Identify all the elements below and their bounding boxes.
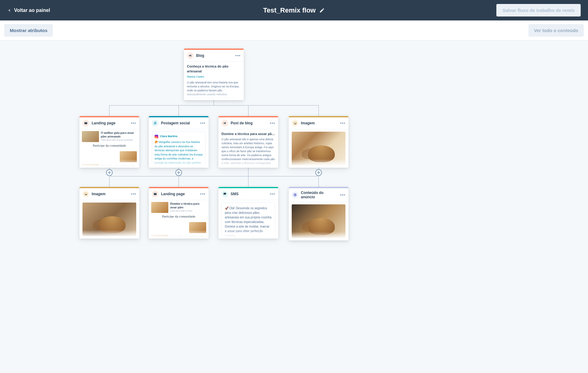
image-icon xyxy=(82,191,89,197)
node-type-label: Imagem xyxy=(92,192,105,196)
chevron-left-icon xyxy=(7,8,12,13)
back-label: Voltar ao painel xyxy=(14,8,50,13)
content-author: Marina Castro xyxy=(187,75,241,79)
node-type-label: Postagem social xyxy=(161,121,190,125)
thumbnail-image xyxy=(120,151,137,162)
content-title: Domine a técnica para assar pã… xyxy=(221,132,275,137)
lp-section-title: Aprenda com padeiros de renome mundial xyxy=(101,164,137,168)
app-header: Voltar ao painel Test_Remix flow Salvar … xyxy=(0,0,588,20)
generated-image xyxy=(82,203,136,236)
save-workflow-button[interactable]: Salvar fluxo de trabalho de remix xyxy=(496,4,581,16)
add-node-button[interactable] xyxy=(106,169,113,176)
node-blog-post[interactable]: Post de blog ••• Domine a técnica para a… xyxy=(218,116,278,168)
generated-image xyxy=(292,132,345,165)
node-menu-button[interactable]: ••• xyxy=(270,121,275,126)
sms-preview: 🚀 Olá! Desvende os segredos para criar d… xyxy=(221,203,275,239)
edit-icon[interactable] xyxy=(319,8,325,13)
ad-icon: AD xyxy=(292,192,298,198)
window-icon xyxy=(82,120,89,126)
node-ad-content[interactable]: AD Conteúdo do anúncio ••• xyxy=(289,187,349,240)
content-preview: O pão artesanal não é apenas uma delícia… xyxy=(221,137,275,168)
instagram-icon xyxy=(155,135,158,138)
node-landing-page[interactable]: Landing page ••• Domine a técnica para a… xyxy=(149,187,209,239)
thumbnail-image xyxy=(151,235,168,239)
node-menu-button[interactable]: ••• xyxy=(200,192,206,196)
megaphone-icon xyxy=(221,120,228,126)
thumbnail-image xyxy=(82,131,99,142)
toolbar: Mostrar atributos Ver todo o conteúdo xyxy=(0,20,588,41)
svg-rect-1 xyxy=(85,122,87,123)
node-blog-root[interactable]: Blog ••• Conheça a técnica do pão artesa… xyxy=(184,49,244,100)
node-type-label: Imagem xyxy=(301,121,315,125)
chat-icon xyxy=(221,191,228,197)
node-menu-button[interactable]: ••• xyxy=(131,121,136,126)
view-all-content-button[interactable]: Ver todo o conteúdo xyxy=(528,24,584,37)
node-sms[interactable]: SMS ••• 🚀 Olá! Desvende os segredos para… xyxy=(218,187,278,239)
node-menu-button[interactable]: ••• xyxy=(235,53,241,58)
social-author: Clara Martins xyxy=(160,134,177,138)
social-text: 🥐 Mergulhe conosco na rica história do p… xyxy=(155,140,203,168)
flow-canvas[interactable]: Blog ••• Conheça a técnica do pão artesa… xyxy=(0,41,588,273)
lp-heading: Participe da comunidade xyxy=(149,214,209,219)
window-icon xyxy=(152,191,159,197)
svg-text:AD: AD xyxy=(294,194,296,196)
node-image[interactable]: Imagem ••• xyxy=(289,116,349,168)
lp-section-title: O melhor guia para assar pães artesanais xyxy=(101,131,137,138)
back-to-panel-link[interactable]: Voltar ao painel xyxy=(7,8,50,13)
add-node-button[interactable] xyxy=(175,169,182,176)
node-type-label: Landing page xyxy=(161,192,185,196)
node-type-label: Blog xyxy=(196,53,204,58)
thumbnail-image xyxy=(151,202,168,213)
svg-point-5 xyxy=(85,193,86,194)
node-type-label: Landing page xyxy=(92,121,115,125)
lp-section-title: Aprenda com padeiros de renome mundial xyxy=(170,235,206,239)
node-type-label: SMS xyxy=(231,192,239,196)
flow-title: Test_Remix flow xyxy=(263,6,316,14)
image-icon xyxy=(292,120,298,126)
node-menu-button[interactable]: ••• xyxy=(131,192,136,196)
hashtag-icon xyxy=(152,120,159,126)
content-preview: O pão artesanal tem uma história rica qu… xyxy=(187,81,241,100)
node-menu-button[interactable]: ••• xyxy=(200,121,206,126)
add-node-button[interactable] xyxy=(315,169,322,176)
node-type-label: Conteúdo do anúncio xyxy=(301,191,338,199)
svg-point-3 xyxy=(294,123,295,123)
svg-rect-7 xyxy=(154,193,157,194)
node-menu-button[interactable]: ••• xyxy=(270,192,275,196)
thumbnail-image xyxy=(189,222,206,233)
node-menu-button[interactable]: ••• xyxy=(340,192,345,197)
node-image[interactable]: Imagem ••• xyxy=(79,187,139,239)
flow-title-wrap: Test_Remix flow xyxy=(263,6,325,14)
generated-image xyxy=(292,204,345,238)
show-attributes-button[interactable]: Mostrar atributos xyxy=(4,24,53,37)
thumbnail-image xyxy=(82,164,99,168)
node-type-label: Post de blog xyxy=(231,121,253,125)
node-landing-page[interactable]: Landing page ••• O melhor guia para assa… xyxy=(79,116,139,168)
node-social-post[interactable]: Postagem social ••• Clara Martins 🥐 Merg… xyxy=(149,116,209,168)
content-title: Conheça a técnica do pão artesanal xyxy=(187,64,241,74)
lp-section-title: Domine a técnica para assar pães xyxy=(170,202,206,209)
lp-heading: Participe da comunidade xyxy=(79,143,139,148)
megaphone-icon xyxy=(187,52,194,59)
node-menu-button[interactable]: ••• xyxy=(340,121,345,126)
